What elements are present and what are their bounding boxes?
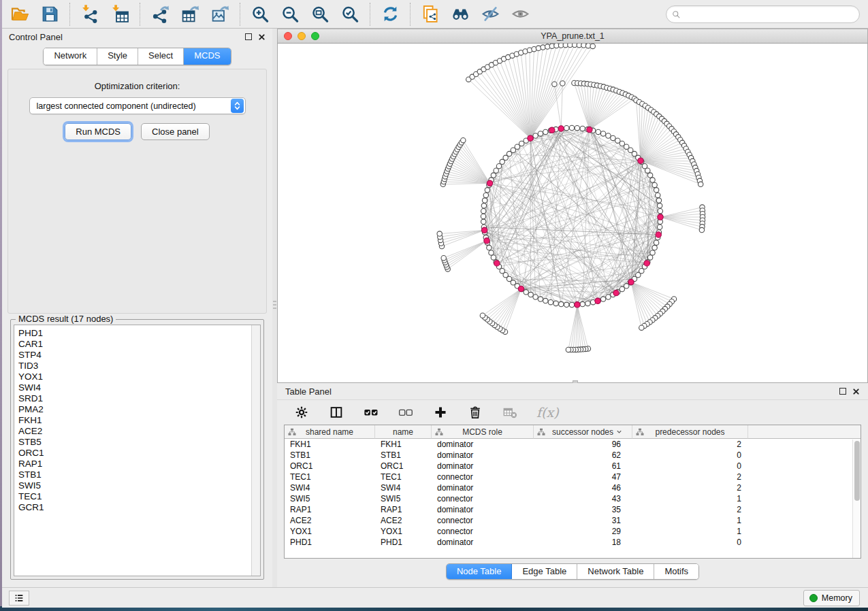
- show-details-button[interactable]: [509, 3, 531, 25]
- table-cell[interactable]: ORC1: [375, 461, 432, 472]
- table-cell[interactable]: RAP1: [285, 504, 375, 515]
- table-cell[interactable]: SWI4: [285, 482, 375, 493]
- table-cell[interactable]: 1: [632, 493, 748, 504]
- table-cell[interactable]: 2: [632, 482, 748, 493]
- network-window-titlebar[interactable]: YPA_prune.txt_1: [277, 29, 868, 44]
- table-cell[interactable]: 1: [632, 526, 748, 537]
- float-window-icon[interactable]: [245, 33, 252, 40]
- table-cell[interactable]: [748, 472, 861, 482]
- mcds-result-item[interactable]: ORC1: [18, 448, 260, 459]
- run-mcds-button[interactable]: Run MCDS: [65, 123, 131, 140]
- table-cell[interactable]: 2: [632, 504, 748, 515]
- table-cell[interactable]: [748, 439, 861, 450]
- column-header-shared-name[interactable]: shared name: [285, 425, 375, 439]
- export-table-button[interactable]: [179, 3, 201, 25]
- table-cell[interactable]: ACE2: [375, 515, 432, 526]
- table-cell[interactable]: YOX1: [375, 526, 432, 537]
- tab-network[interactable]: Network: [44, 48, 97, 65]
- select-all-button[interactable]: [363, 404, 379, 420]
- table-cell[interactable]: YOX1: [285, 526, 375, 537]
- table-cell[interactable]: STB1: [285, 450, 375, 461]
- table-cell[interactable]: [748, 537, 861, 548]
- table-cell[interactable]: 96: [534, 439, 632, 450]
- table-cell[interactable]: [748, 482, 861, 493]
- table-float-window-icon[interactable]: [839, 388, 846, 395]
- tab-mcds[interactable]: MCDS: [184, 48, 230, 65]
- table-scrollbar[interactable]: [852, 440, 861, 558]
- table-cell[interactable]: [748, 504, 861, 515]
- table-cell[interactable]: dominator: [432, 439, 534, 450]
- search-box[interactable]: [666, 5, 860, 23]
- table-cell[interactable]: SWI5: [375, 493, 432, 504]
- table-cell[interactable]: PHD1: [285, 537, 375, 548]
- table-cell[interactable]: dominator: [432, 537, 534, 548]
- columns-button[interactable]: [328, 404, 344, 420]
- vertical-splitter[interactable]: [272, 29, 277, 587]
- table-cell[interactable]: dominator: [432, 450, 534, 461]
- save-session-button[interactable]: [39, 3, 61, 25]
- table-cell[interactable]: [748, 493, 861, 504]
- table-cell[interactable]: [748, 450, 861, 461]
- mcds-result-item[interactable]: GCR1: [18, 502, 260, 513]
- memory-button[interactable]: Memory: [803, 590, 860, 606]
- table-cell[interactable]: 61: [534, 461, 632, 472]
- table-cell[interactable]: ORC1: [285, 461, 375, 472]
- open-session-button[interactable]: [9, 3, 31, 25]
- table-cell[interactable]: ACE2: [285, 515, 375, 526]
- table-cell[interactable]: [748, 526, 861, 537]
- table-cell[interactable]: dominator: [432, 504, 534, 515]
- delete-table-button[interactable]: [502, 404, 518, 420]
- mcds-result-item[interactable]: STB1: [18, 469, 260, 480]
- mcds-result-item[interactable]: CAR1: [18, 339, 260, 350]
- table-cell[interactable]: 18: [534, 537, 632, 548]
- column-header-predecessor-nodes[interactable]: predecessor nodes: [632, 425, 748, 439]
- network-canvas[interactable]: [277, 44, 868, 383]
- table-cell[interactable]: RAP1: [375, 504, 432, 515]
- tab-node-table[interactable]: Node Table: [447, 564, 513, 579]
- function-builder-button[interactable]: f(x): [536, 404, 559, 420]
- table-scrollbar-thumb[interactable]: [854, 441, 860, 501]
- zoom-in-button[interactable]: [249, 3, 271, 25]
- tab-network-table[interactable]: Network Table: [577, 564, 654, 579]
- splitter-grip[interactable]: [273, 301, 276, 316]
- window-close-icon[interactable]: [284, 32, 292, 40]
- table-cell[interactable]: [748, 461, 861, 472]
- window-minimize-icon[interactable]: [298, 32, 306, 40]
- tab-style[interactable]: Style: [97, 48, 138, 65]
- mcds-result-item[interactable]: TID3: [18, 361, 260, 371]
- add-row-button[interactable]: [432, 404, 449, 420]
- mcds-result-item[interactable]: YOX1: [18, 371, 260, 382]
- column-header-successor-nodes[interactable]: successor nodes: [534, 425, 632, 439]
- zoom-fit-button[interactable]: [309, 3, 331, 25]
- close-panel-button[interactable]: Close panel: [141, 123, 210, 140]
- table-cell[interactable]: connector: [432, 472, 534, 482]
- mcds-result-item[interactable]: PHD1: [18, 328, 260, 339]
- table-cell[interactable]: 62: [534, 450, 632, 461]
- table-cell[interactable]: [748, 515, 861, 526]
- mcds-result-list[interactable]: PHD1CAR1STP4TID3YOX1SWI4SRD1PMA2FKH1ACE2…: [14, 325, 261, 576]
- hide-details-button[interactable]: [479, 3, 501, 25]
- table-cell[interactable]: PHD1: [375, 537, 432, 548]
- mcds-result-item[interactable]: FKH1: [18, 415, 260, 426]
- tab-edge-table[interactable]: Edge Table: [512, 564, 577, 579]
- mcds-result-item[interactable]: RAP1: [18, 459, 260, 469]
- deselect-all-button[interactable]: [398, 404, 414, 420]
- table-cell[interactable]: 43: [534, 493, 632, 504]
- table-cell[interactable]: 2: [632, 472, 748, 482]
- mcds-result-item[interactable]: SWI5: [18, 480, 260, 491]
- table-cell[interactable]: FKH1: [285, 439, 375, 450]
- table-cell[interactable]: SWI5: [285, 493, 375, 504]
- table-cell[interactable]: 2: [632, 439, 748, 450]
- table-cell[interactable]: TEC1: [375, 472, 432, 482]
- mcds-result-item[interactable]: ACE2: [18, 426, 260, 437]
- refresh-layout-button[interactable]: [379, 3, 401, 25]
- table-cell[interactable]: TEC1: [285, 472, 375, 482]
- window-maximize-icon[interactable]: [311, 32, 319, 40]
- table-cell[interactable]: dominator: [432, 461, 534, 472]
- column-header-MCDS-role[interactable]: MCDS role: [432, 425, 534, 439]
- table-cell[interactable]: 0: [632, 461, 748, 472]
- table-cell[interactable]: 35: [534, 504, 632, 515]
- table-cell[interactable]: connector: [432, 526, 534, 537]
- table-cell[interactable]: 47: [534, 472, 632, 482]
- table-cell[interactable]: 1: [632, 515, 748, 526]
